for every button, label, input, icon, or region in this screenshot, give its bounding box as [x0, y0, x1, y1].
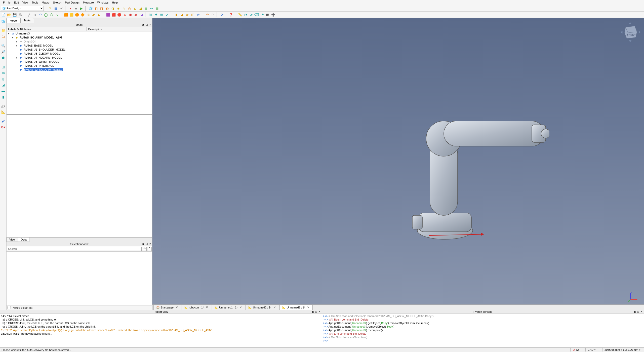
boolean-op-icon[interactable]: ⊘ — [196, 12, 201, 17]
draft-icon[interactable]: ▱ — [185, 12, 190, 17]
panel-detach-icon[interactable]: ◫ — [145, 23, 148, 26]
vt-front-icon[interactable]: ◫ — [1, 64, 6, 69]
vt-iso-icon[interactable]: ⬢ — [1, 55, 6, 60]
create-revolution-icon[interactable]: ◐ — [105, 6, 110, 11]
doc-tab[interactable]: 🏠Start page✕ — [153, 305, 181, 310]
additive-cylinder-icon[interactable]: 🟨 — [69, 12, 74, 17]
create-primitive-icon[interactable]: ▲ — [132, 6, 137, 11]
new-sketch-icon[interactable]: ✎ — [48, 6, 53, 11]
python-float-icon[interactable]: ▣ — [633, 310, 636, 313]
boolean-icon[interactable]: ⊕ — [143, 6, 148, 11]
vt-bottom-icon[interactable]: ▬ — [1, 88, 6, 93]
draw-line-icon[interactable]: ╱ — [27, 12, 32, 17]
vt-zoom-icon[interactable]: 🔎 — [1, 49, 6, 54]
edit-sketch-icon[interactable]: ▦ — [53, 6, 58, 11]
draw-circle-icon[interactable]: ◯ — [43, 12, 48, 17]
tree-item[interactable]: ◩RV5AS_J2_NO1ARM_MODEL — [7, 68, 152, 72]
vt-open-icon[interactable]: 📁 — [1, 28, 6, 33]
proptab-view[interactable]: View — [7, 238, 18, 242]
sub-torus-icon[interactable]: ◉ — [128, 12, 133, 17]
draw-poly-icon[interactable]: ⬠ — [49, 12, 54, 17]
whats-this-icon[interactable]: ❓ — [228, 12, 233, 17]
tab-tasks[interactable]: Tasks — [20, 18, 34, 23]
doc-tab-close-icon[interactable]: ✕ — [239, 306, 242, 309]
sub-cylinder-icon[interactable]: 🟥 — [111, 12, 116, 17]
fillet-icon[interactable]: ◖ — [174, 12, 179, 17]
additive-cone-icon[interactable]: 🔶 — [80, 12, 85, 17]
vt-bounding-icon[interactable]: 🔍 — [1, 43, 6, 48]
spreadsheet-icon[interactable]: ▦ — [265, 12, 270, 17]
status-errors[interactable]: ⊘ 62 — [570, 348, 581, 351]
selection-search-go-icon[interactable]: ⟲ — [142, 247, 147, 251]
selection-search-input[interactable] — [7, 247, 142, 251]
tree-item[interactable]: ▸◩RV5AS_J4_NO2ARM_MODEL — [7, 56, 152, 60]
tab-model[interactable]: Model — [7, 18, 21, 23]
measure-refresh-icon[interactable]: ⟳ — [249, 12, 254, 17]
measure-linear-icon[interactable]: 📏 — [237, 12, 243, 17]
doc-tab-close-icon[interactable]: ✕ — [273, 306, 276, 309]
doc-tab[interactable]: 📐Unnamed1 : 1*✕ — [212, 305, 245, 310]
create-pocket-icon[interactable]: ◨ — [99, 6, 104, 11]
tree-item[interactable]: ◩RV5AS_J6_INTERFACE — [7, 64, 152, 68]
tree-item[interactable]: ◩RV5AS_J1_SHOULDER_MODEL — [7, 48, 152, 52]
3d-viewport[interactable]: FRONT x z y — [152, 18, 644, 304]
vt-left-icon[interactable]: ▮ — [1, 94, 6, 99]
additive-prism-icon[interactable]: ▰ — [91, 12, 96, 17]
report-detach-icon[interactable]: ◫ — [315, 310, 318, 313]
selection-body[interactable] — [7, 252, 152, 305]
python-close-icon[interactable]: ✕ — [640, 310, 643, 313]
pattern-polar-icon[interactable]: ✱ — [153, 12, 158, 17]
menu-sketch[interactable]: Sketch — [52, 1, 63, 5]
panel-float-icon[interactable]: ▣ — [142, 23, 145, 26]
status-nav-style[interactable]: CAD ▾ — [585, 348, 598, 351]
create-pad-icon[interactable]: ◧ — [94, 6, 99, 11]
sub-wedge-icon[interactable]: ◢ — [139, 12, 144, 17]
doc-tab[interactable]: 📐Unnamed2 : 1*✕ — [246, 305, 279, 310]
menu-partdesign[interactable]: Part Design — [63, 1, 81, 5]
file-open-icon[interactable]: 📂 — [7, 12, 12, 17]
property-body[interactable] — [7, 115, 152, 237]
doc-tab-close-icon[interactable]: ✕ — [307, 306, 310, 309]
menu-windows[interactable]: Windows — [96, 1, 110, 5]
selpanel-detach-icon[interactable]: ◫ — [145, 242, 148, 245]
report-close-icon[interactable]: ✕ — [318, 310, 321, 313]
doc-tab-close-icon[interactable]: ✕ — [205, 306, 209, 309]
chamfer-icon[interactable]: ◢ — [179, 12, 184, 17]
vt-right-icon[interactable]: ▯ — [1, 76, 6, 81]
create-hole-icon[interactable]: ◎ — [127, 6, 132, 11]
create-groove-icon[interactable]: ◑ — [110, 6, 115, 11]
tree-item[interactable]: ▸◩RV5AS_BASE_MODEL — [7, 44, 152, 48]
sub-cone-icon[interactable]: 🔺 — [122, 12, 127, 17]
vt-appearance-icon[interactable]: 🖌 — [1, 119, 6, 124]
doc-tab-close-icon[interactable]: ✕ — [175, 306, 178, 309]
linearpattern-icon[interactable]: ▤ — [154, 6, 159, 11]
model-tree[interactable]: ▾🗎 Unnamed3 ▾◆ RV5AS_SO-ASSY_MODEL_ASM ▸… — [7, 31, 152, 114]
draw-rect-icon[interactable]: ◇ — [32, 12, 37, 17]
tree-origin[interactable]: ▸✛ Origin004 — [7, 40, 152, 44]
menu-file[interactable]: File — [2, 1, 12, 5]
additive-wedge-icon[interactable]: ◣ — [97, 12, 102, 17]
report-float-icon[interactable]: ▣ — [311, 310, 314, 313]
draw-spline-icon[interactable]: ∿ — [54, 12, 59, 17]
vt-rear-icon[interactable]: ◪ — [1, 82, 6, 87]
measure-angular-icon[interactable]: ◔ — [243, 12, 248, 17]
measure-toggle-icon[interactable]: 👁 — [260, 12, 265, 17]
workbench-select[interactable]: 🧊 Part Design — [1, 6, 44, 11]
measure-clear-icon[interactable]: ⌫ — [254, 12, 259, 17]
vt-top-icon[interactable]: ▭ — [1, 70, 6, 75]
pattern-multi-icon[interactable]: ▦ — [159, 12, 164, 17]
sub-sphere-icon[interactable]: 🔴 — [117, 12, 122, 17]
refresh-icon[interactable]: ⟳ — [219, 12, 224, 17]
menu-view[interactable]: View — [21, 1, 30, 5]
redo-icon[interactable]: ↷ — [210, 12, 215, 17]
menu-edit[interactable]: Edit — [13, 1, 20, 5]
tree-item[interactable]: ◩RV5AS_J3_ELBOW_MODEL — [7, 52, 152, 56]
pattern-linear-icon[interactable]: ▥ — [148, 12, 153, 17]
draw-arc-icon[interactable]: ◠ — [38, 12, 43, 17]
create-chamfer-icon[interactable]: ◢ — [138, 6, 143, 11]
doc-tab[interactable]: 📐Unnamed3 : 1*✕ — [279, 305, 313, 310]
picked-checkbox[interactable] — [8, 306, 11, 309]
macro-record-icon[interactable]: ● — [68, 6, 73, 11]
undo-icon[interactable]: ↶ — [205, 12, 210, 17]
add-icon[interactable]: ➕ — [271, 12, 276, 17]
